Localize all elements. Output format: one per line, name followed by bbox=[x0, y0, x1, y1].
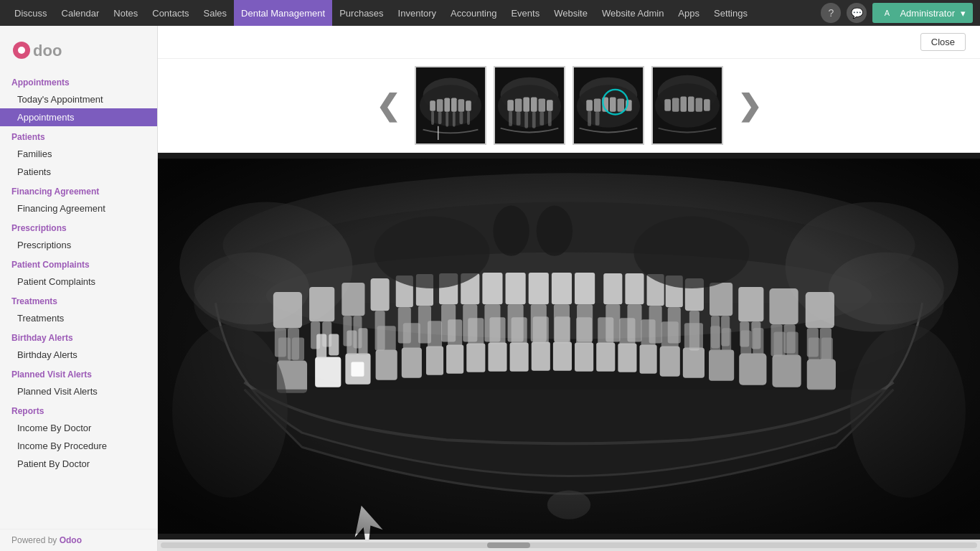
sidebar-item-treatments[interactable]: Treatments bbox=[0, 309, 157, 327]
svg-rect-22 bbox=[507, 100, 514, 110]
nav-item-purchases[interactable]: Purchases bbox=[332, 0, 390, 26]
thumbnail-2[interactable] bbox=[494, 66, 565, 145]
svg-rect-6 bbox=[430, 100, 435, 110]
sidebar-item-income-by-procedure[interactable]: Income By Procedure bbox=[0, 437, 157, 455]
svg-rect-32 bbox=[540, 112, 544, 126]
sidebar-item-planned-visit-alerts[interactable]: Planned Visit Alerts bbox=[0, 382, 157, 400]
nav-item-settings[interactable]: Settings bbox=[707, 0, 755, 26]
scroll-thumb[interactable] bbox=[487, 542, 530, 548]
svg-rect-14 bbox=[446, 112, 448, 127]
sidebar-section-treatments: Treatments bbox=[0, 291, 157, 309]
nav-item-inventory[interactable]: Inventory bbox=[391, 0, 443, 26]
nav-item-dental-management[interactable]: Dental Management bbox=[234, 0, 332, 26]
sidebar-item-patients[interactable]: Patients bbox=[0, 163, 157, 181]
thumbnails-container bbox=[415, 66, 723, 145]
top-navigation: DiscussCalendarNotesContactsSalesDental … bbox=[0, 0, 980, 26]
svg-rect-23 bbox=[515, 98, 522, 111]
admin-chevron: ▾ bbox=[961, 8, 966, 19]
sidebar-item-families[interactable]: Families bbox=[0, 145, 157, 163]
svg-rect-51 bbox=[680, 97, 687, 112]
svg-rect-27 bbox=[547, 100, 553, 110]
sidebar-item-financing-agreement[interactable]: Financing Agreement bbox=[0, 199, 157, 217]
svg-rect-28 bbox=[509, 111, 512, 126]
svg-rect-12 bbox=[431, 111, 434, 125]
odoo-brand: Odoo bbox=[60, 535, 82, 545]
svg-rect-8 bbox=[444, 98, 450, 111]
nav-item-accounting[interactable]: Accounting bbox=[443, 0, 504, 26]
svg-rect-49 bbox=[664, 99, 671, 110]
main-content: Close ❮ bbox=[158, 26, 980, 551]
thumbnail-3[interactable] bbox=[573, 66, 644, 145]
nav-item-contacts[interactable]: Contacts bbox=[145, 0, 196, 26]
svg-rect-53 bbox=[696, 98, 703, 111]
svg-rect-40 bbox=[610, 97, 616, 111]
prev-arrow[interactable]: ❮ bbox=[362, 89, 415, 122]
svg-rect-41 bbox=[617, 98, 624, 111]
nav-item-apps[interactable]: Apps bbox=[671, 0, 707, 26]
sidebar-section-planned-visit-alerts: Planned Visit Alerts bbox=[0, 364, 157, 382]
svg-rect-33 bbox=[548, 111, 552, 126]
scroll-track[interactable] bbox=[161, 542, 977, 548]
svg-rect-30 bbox=[524, 112, 528, 128]
sidebar: doo AppointmentsToday's AppointmentAppoi… bbox=[0, 26, 158, 551]
sidebar-section-financing-agreement: Financing Agreement bbox=[0, 181, 157, 199]
svg-rect-38 bbox=[594, 98, 601, 111]
admin-label: Administrator bbox=[900, 8, 955, 19]
sidebar-item-income-by-doctor[interactable]: Income By Doctor bbox=[0, 419, 157, 437]
nav-item-website-admin[interactable]: Website Admin bbox=[595, 0, 671, 26]
sidebar-section-patients: Patients bbox=[0, 126, 157, 145]
svg-text:doo: doo bbox=[33, 42, 62, 60]
thumbnail-4[interactable] bbox=[651, 66, 723, 145]
thumbnail-strip: ❮ bbox=[158, 59, 980, 153]
nav-item-events[interactable]: Events bbox=[504, 0, 547, 26]
svg-rect-13 bbox=[438, 112, 442, 124]
svg-rect-29 bbox=[517, 112, 521, 126]
svg-rect-15 bbox=[453, 112, 456, 127]
svg-rect-44 bbox=[588, 111, 591, 126]
thumbnail-1[interactable] bbox=[415, 66, 486, 145]
sidebar-item-prescriptions[interactable]: Prescriptions bbox=[0, 236, 157, 254]
sidebar-item-patient-by-doctor[interactable]: Patient By Doctor bbox=[0, 455, 157, 473]
nav-item-discuss[interactable]: Discuss bbox=[7, 0, 55, 26]
logo: doo bbox=[0, 26, 157, 72]
horizontal-scrollbar[interactable] bbox=[158, 540, 980, 551]
svg-rect-7 bbox=[437, 99, 443, 111]
next-arrow[interactable]: ❯ bbox=[723, 89, 776, 122]
svg-point-1 bbox=[18, 47, 25, 54]
svg-point-5 bbox=[420, 85, 481, 126]
svg-rect-174 bbox=[158, 159, 980, 534]
sidebar-item-birthday-alerts[interactable]: Birthday Alerts bbox=[0, 346, 157, 364]
messages-icon[interactable]: 💬 bbox=[847, 3, 867, 23]
svg-rect-54 bbox=[704, 99, 710, 110]
help-icon[interactable]: ? bbox=[821, 3, 841, 23]
sidebar-section-reports: Reports bbox=[0, 400, 157, 419]
viewer-header: Close bbox=[158, 26, 980, 59]
close-button[interactable]: Close bbox=[920, 33, 966, 51]
nav-item-calendar[interactable]: Calendar bbox=[55, 0, 107, 26]
svg-rect-16 bbox=[459, 112, 463, 124]
svg-rect-50 bbox=[672, 98, 679, 111]
nav-item-sales[interactable]: Sales bbox=[197, 0, 235, 26]
svg-rect-17 bbox=[467, 111, 470, 125]
sidebar-item-appointments[interactable]: Appointments bbox=[0, 108, 157, 126]
nav-item-website[interactable]: Website bbox=[547, 0, 595, 26]
svg-rect-11 bbox=[466, 100, 471, 110]
svg-rect-31 bbox=[532, 112, 536, 128]
sidebar-item-today's-appointment[interactable]: Today's Appointment bbox=[0, 90, 157, 108]
svg-rect-37 bbox=[586, 100, 593, 110]
svg-rect-52 bbox=[688, 97, 694, 112]
sidebar-content: AppointmentsToday's AppointmentAppointme… bbox=[0, 72, 157, 529]
svg-rect-26 bbox=[538, 98, 545, 111]
svg-rect-25 bbox=[531, 97, 537, 111]
main-xray-viewer bbox=[158, 153, 980, 540]
sidebar-section-appointments: Appointments bbox=[0, 72, 157, 90]
nav-item-notes[interactable]: Notes bbox=[106, 0, 145, 26]
svg-rect-10 bbox=[458, 99, 465, 111]
nav-right: ? 💬 A Administrator ▾ bbox=[821, 3, 973, 23]
sidebar-item-patient-complaints[interactable]: Patient Complaints bbox=[0, 273, 157, 291]
svg-rect-9 bbox=[451, 98, 457, 111]
admin-button[interactable]: A Administrator ▾ bbox=[872, 3, 973, 23]
nav-items-container: DiscussCalendarNotesContactsSalesDental … bbox=[7, 0, 821, 26]
sidebar-footer: Powered by Odoo bbox=[0, 529, 157, 551]
odoo-logo: doo bbox=[11, 36, 76, 65]
